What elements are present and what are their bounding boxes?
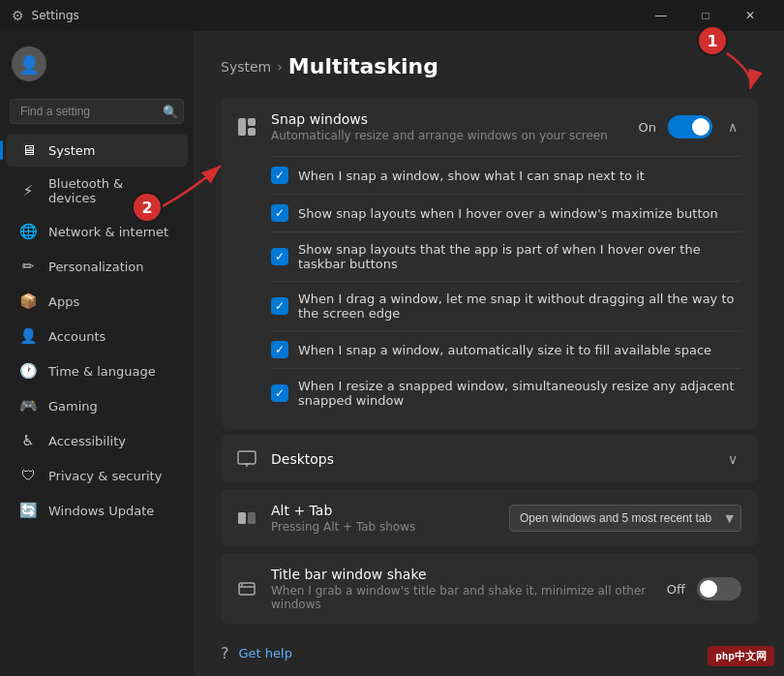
desktops-header-left: Desktops (236, 448, 334, 470)
snap-windows-section: Snap windows Automatically resize and ar… (221, 98, 757, 429)
personalization-icon: ✏️ (19, 258, 37, 275)
sidebar-item-accessibility-label: Accessibility (48, 434, 126, 448)
titlebar-shake-subtitle: When I grab a window's title bar and sha… (271, 584, 667, 611)
settings-app-icon: ⚙ (12, 8, 24, 23)
titlebar-shake-toggle[interactable] (697, 577, 741, 600)
alt-tab-subtitle: Pressing Alt + Tab shows (271, 520, 415, 534)
breadcrumb-separator: › (277, 59, 283, 75)
desktops-icon (236, 448, 257, 470)
snap-windows-title: Snap windows (271, 111, 608, 127)
title-bar: ⚙ Settings — □ ✕ (0, 0, 784, 31)
snap-toggle[interactable] (668, 115, 712, 138)
user-profile: 👤 (0, 39, 194, 93)
alt-tab-left: Alt + Tab Pressing Alt + Tab shows (236, 503, 415, 534)
titlebar-shake-controls: Off (667, 577, 741, 600)
sidebar-item-time-label: Time & language (48, 364, 156, 379)
snap-option-0[interactable]: ✓ When I snap a window, show what I can … (271, 156, 741, 194)
accounts-icon: 👤 (19, 327, 37, 345)
snap-option-0-checkbox[interactable]: ✓ (271, 167, 288, 184)
snap-option-4[interactable]: ✓ When I snap a window, automatically si… (271, 330, 741, 368)
sidebar-item-accessibility[interactable]: ♿ Accessibility (6, 424, 188, 457)
snap-windows-header-left: Snap windows Automatically resize and ar… (236, 111, 608, 142)
sidebar-item-personalization[interactable]: ✏️ Personalization (6, 250, 188, 283)
system-icon: 🖥 (19, 141, 37, 159)
get-help-icon: ? (221, 644, 229, 662)
privacy-icon: 🛡 (19, 467, 37, 484)
page-header: System › Multitasking (221, 54, 757, 78)
network-icon: 🌐 (19, 223, 37, 240)
snap-option-1[interactable]: ✓ Show snap layouts when I hover over a … (271, 194, 741, 231)
breadcrumb: System › Multitasking (221, 54, 757, 78)
main-content: System › Multitasking Snap wi (194, 31, 784, 676)
snap-option-1-text: Show snap layouts when I hover over a wi… (298, 206, 718, 221)
sidebar-item-windowsupdate-label: Windows Update (48, 504, 154, 518)
sidebar-item-windowsupdate[interactable]: 🔄 Windows Update (6, 494, 188, 527)
snap-option-2[interactable]: ✓ Show snap layouts that the app is part… (271, 231, 741, 281)
sidebar-item-gaming[interactable]: 🎮 Gaming (6, 389, 188, 422)
snap-toggle-thumb (692, 118, 709, 136)
sidebar-item-privacy-label: Privacy & security (48, 469, 162, 483)
sidebar-item-gaming-label: Gaming (48, 399, 98, 414)
svg-rect-0 (238, 118, 246, 136)
snap-windows-header: Snap windows Automatically resize and ar… (221, 98, 757, 156)
sidebar-item-system[interactable]: 🖥 System (6, 134, 188, 167)
app-body: 👤 🔍 🖥 System ⚡ Bluetooth & devices 🌐 Net… (0, 31, 784, 676)
snap-option-5-checkbox[interactable]: ✓ (271, 384, 288, 402)
maximize-button[interactable]: □ (683, 0, 728, 31)
titlebar-shake-title: Title bar window shake (271, 567, 667, 582)
snap-option-4-checkbox[interactable]: ✓ (271, 341, 288, 358)
snap-windows-chevron[interactable]: ∧ (724, 117, 741, 137)
sidebar-item-network-label: Network & internet (48, 225, 168, 239)
sidebar-item-bluetooth[interactable]: ⚡ Bluetooth & devices (6, 169, 188, 213)
desktops-chevron[interactable]: ∨ (724, 449, 741, 469)
svg-rect-7 (248, 512, 256, 524)
get-help-label: Get help (239, 646, 292, 661)
desktops-section: Desktops ∨ (221, 435, 757, 483)
snap-toggle-label: On (639, 120, 656, 135)
search-box[interactable]: 🔍 (10, 99, 184, 124)
sidebar-item-network[interactable]: 🌐 Network & internet (6, 215, 188, 248)
snap-option-5[interactable]: ✓ When I resize a snapped window, simult… (271, 368, 741, 417)
snap-option-0-text: When I snap a window, show what I can sn… (298, 169, 645, 183)
close-button[interactable]: ✕ (728, 0, 772, 31)
snap-windows-text: Snap windows Automatically resize and ar… (271, 111, 608, 142)
sidebar-item-system-label: System (48, 143, 95, 158)
titlebar-shake-toggle-thumb (700, 580, 717, 598)
snap-option-5-text: When I resize a snapped window, simultan… (298, 379, 741, 408)
minimize-button[interactable]: — (639, 0, 683, 31)
alt-tab-dropdown-wrap: Open windows and 5 most recent tabs in M… (509, 505, 741, 532)
snap-option-3[interactable]: ✓ When I drag a window, let me snap it w… (271, 281, 741, 330)
sidebar-item-apps-label: Apps (48, 294, 79, 309)
alt-tab-dropdown[interactable]: Open windows and 5 most recent tabs in M… (509, 505, 741, 532)
titlebar-shake-toggle-label: Off (667, 582, 685, 597)
snap-option-2-checkbox[interactable]: ✓ (271, 248, 288, 265)
titlebar-shake-text: Title bar window shake When I grab a win… (271, 567, 667, 611)
snap-option-2-text: Show snap layouts that the app is part o… (298, 242, 741, 271)
titlebar-shake-icon (236, 578, 257, 599)
titlebar-shake-section: Title bar window shake When I grab a win… (221, 553, 757, 625)
alt-tab-title: Alt + Tab (271, 503, 415, 518)
time-icon: 🕐 (19, 362, 37, 380)
sidebar: 👤 🔍 🖥 System ⚡ Bluetooth & devices 🌐 Net… (0, 31, 194, 676)
alt-tab-section: Alt + Tab Pressing Alt + Tab shows Open … (221, 489, 757, 547)
sidebar-item-time[interactable]: 🕐 Time & language (6, 354, 188, 387)
windowsupdate-icon: 🔄 (19, 502, 37, 519)
snap-option-3-text: When I drag a window, let me snap it wit… (298, 292, 741, 321)
give-feedback-link[interactable]: 💬 Give feedback (221, 672, 757, 676)
sidebar-item-apps[interactable]: 📦 Apps (6, 285, 188, 318)
title-bar-left: ⚙ Settings (12, 8, 79, 23)
avatar: 👤 (12, 46, 46, 81)
snap-options-list: ✓ When I snap a window, show what I can … (221, 156, 757, 429)
sidebar-item-bluetooth-label: Bluetooth & devices (48, 176, 174, 205)
desktops-header[interactable]: Desktops ∨ (221, 435, 757, 483)
snap-option-3-checkbox[interactable]: ✓ (271, 297, 288, 315)
breadcrumb-current: Multitasking (288, 54, 438, 78)
title-bar-controls: — □ ✕ (639, 0, 772, 31)
snap-option-1-checkbox[interactable]: ✓ (271, 204, 288, 222)
svg-rect-6 (238, 512, 246, 524)
sidebar-item-privacy[interactable]: 🛡 Privacy & security (6, 459, 188, 492)
sidebar-item-accounts[interactable]: 👤 Accounts (6, 320, 188, 353)
search-input[interactable] (10, 99, 184, 124)
get-help-link[interactable]: ? Get help (221, 640, 757, 666)
search-icon[interactable]: 🔍 (163, 105, 178, 119)
